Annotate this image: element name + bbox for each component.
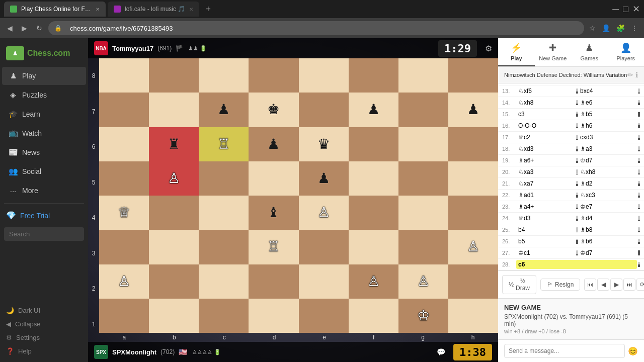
move-white-21[interactable]: ♘xa7 (516, 179, 575, 188)
square-d1[interactable] (249, 299, 298, 333)
square-c5[interactable] (199, 161, 249, 196)
move-black-19[interactable]: ♔d7 (578, 156, 637, 165)
square-a2[interactable]: ♙ (99, 264, 149, 299)
move-white-14[interactable]: ♘xh8 (516, 98, 575, 107)
move-white-16[interactable]: O-O-O (516, 121, 575, 130)
piece-e4[interactable]: ♙ (317, 206, 330, 220)
square-b6[interactable]: ♜ (149, 127, 199, 161)
square-g3[interactable] (398, 230, 448, 264)
tab-close-lofi[interactable]: ✕ (189, 7, 193, 12)
square-c2[interactable] (199, 264, 249, 299)
sidebar-item-learn[interactable]: 🎓 Learn (2, 105, 86, 123)
move-black-22[interactable]: ♘xc3 (578, 191, 637, 200)
square-h6[interactable] (448, 127, 498, 161)
square-g7[interactable] (398, 93, 448, 127)
sidebar-item-settings[interactable]: ⚙ Settings (0, 331, 88, 344)
tab-chess[interactable]: Play Chess Online for FREE wi... ✕ (4, 2, 106, 17)
tab-close-chess[interactable]: ✕ (96, 7, 100, 12)
square-b3[interactable] (149, 230, 199, 264)
menu-icon[interactable]: ⋮ (629, 22, 640, 34)
prev-move-button[interactable]: ◀ (597, 279, 609, 291)
piece-g1[interactable]: ♔ (417, 309, 430, 323)
move-black-24[interactable]: ♗d4 (578, 214, 637, 223)
move-black-27[interactable]: ♔d7 (578, 248, 637, 257)
sidebar-item-free-trial[interactable]: 💎 Free Trial (0, 207, 88, 224)
piece-b6[interactable]: ♜ (168, 137, 180, 151)
square-e3[interactable] (299, 230, 349, 264)
square-e8[interactable] (299, 58, 349, 93)
move-white-13[interactable]: ♘xf6 (516, 86, 575, 96)
forward-button[interactable]: ▶ (19, 22, 30, 34)
square-a7[interactable] (99, 93, 149, 127)
flip-board-button[interactable]: ⟳ (636, 279, 644, 291)
square-e6[interactable]: ♛ (299, 127, 349, 161)
next-move-button[interactable]: ▶ (610, 279, 622, 291)
piece-h3[interactable]: ♙ (467, 240, 479, 254)
piece-a2[interactable]: ♙ (118, 275, 130, 289)
square-e5[interactable]: ♟ (299, 161, 349, 196)
square-c3[interactable] (199, 230, 249, 264)
board-settings-icon[interactable]: ⚙ (485, 44, 492, 53)
last-move-button[interactable]: ⏭ (623, 279, 635, 291)
square-d6[interactable]: ♟ (249, 127, 298, 161)
minimize-button[interactable]: ─ (612, 4, 619, 15)
square-h8[interactable] (448, 58, 498, 93)
move-white-17[interactable]: ♕c2 (516, 133, 575, 142)
chat-input[interactable] (504, 344, 625, 358)
profile-icon[interactable]: 👤 (600, 22, 612, 34)
tab-games[interactable]: ♟ Games (571, 38, 608, 66)
square-b4[interactable] (149, 196, 199, 230)
square-d3[interactable]: ♖ (249, 230, 298, 264)
square-e1[interactable] (299, 299, 349, 333)
sidebar-item-puzzles[interactable]: ◈ Puzzles (2, 86, 86, 104)
sidebar-item-dark-ui[interactable]: 🌙 Dark UI (0, 304, 88, 317)
square-f4[interactable] (349, 196, 398, 230)
square-e4[interactable]: ♙ (299, 196, 349, 230)
square-d4[interactable]: ♝ (249, 196, 298, 230)
square-c8[interactable] (199, 58, 249, 93)
maximize-button[interactable]: □ (623, 4, 628, 15)
move-black-18[interactable]: ♗a3 (578, 144, 637, 153)
square-b5[interactable]: ♙ (149, 161, 199, 196)
move-white-19[interactable]: ♗a6+ (516, 156, 575, 165)
square-b2[interactable] (149, 264, 199, 299)
sidebar-item-more[interactable]: ··· More (2, 182, 86, 200)
square-c7[interactable]: ♟ (199, 93, 249, 127)
piece-f2[interactable]: ♙ (367, 275, 380, 289)
sidebar-item-play[interactable]: ♟ Play (2, 67, 86, 85)
piece-d4[interactable]: ♝ (267, 206, 280, 220)
square-d8[interactable] (249, 58, 298, 93)
square-f6[interactable] (349, 127, 398, 161)
address-bar[interactable] (64, 21, 578, 35)
move-black-26[interactable]: ♗b6 (578, 237, 637, 246)
sidebar-item-watch[interactable]: 📺 Watch (2, 124, 86, 142)
sidebar-item-social[interactable]: 👥 Social (2, 162, 86, 180)
square-f2[interactable]: ♙ (349, 264, 398, 299)
tab-new-game[interactable]: ✚ New Game (535, 38, 572, 66)
square-h2[interactable] (448, 264, 498, 299)
piece-c6[interactable]: ♖ (217, 137, 230, 151)
refresh-button[interactable]: ↻ (33, 22, 45, 34)
piece-b5[interactable]: ♙ (168, 171, 180, 186)
square-g5[interactable] (398, 161, 448, 196)
piece-d7[interactable]: ♚ (267, 103, 280, 117)
square-b8[interactable] (149, 58, 199, 93)
square-h1[interactable] (448, 299, 498, 333)
square-g8[interactable] (398, 58, 448, 93)
square-g6[interactable] (398, 127, 448, 161)
piece-e5[interactable]: ♟ (317, 171, 330, 186)
resign-button[interactable]: 🏳 Resign (540, 279, 580, 291)
tab-players[interactable]: 👤 Players (608, 38, 645, 66)
sidebar-search-input[interactable] (4, 227, 84, 241)
piece-a4[interactable]: ♕ (118, 206, 130, 220)
move-white-23[interactable]: ♗a4+ (516, 202, 575, 211)
square-f1[interactable] (349, 299, 398, 333)
square-f3[interactable] (349, 230, 398, 264)
tab-play[interactable]: ⚡ Play (498, 38, 535, 66)
square-g2[interactable]: ♙ (398, 264, 448, 299)
square-h3[interactable]: ♙ (448, 230, 498, 264)
square-c6[interactable]: ♖ (199, 127, 249, 161)
piece-f7[interactable]: ♟ (367, 103, 380, 117)
piece-e6[interactable]: ♛ (317, 137, 330, 151)
square-h4[interactable] (448, 196, 498, 230)
